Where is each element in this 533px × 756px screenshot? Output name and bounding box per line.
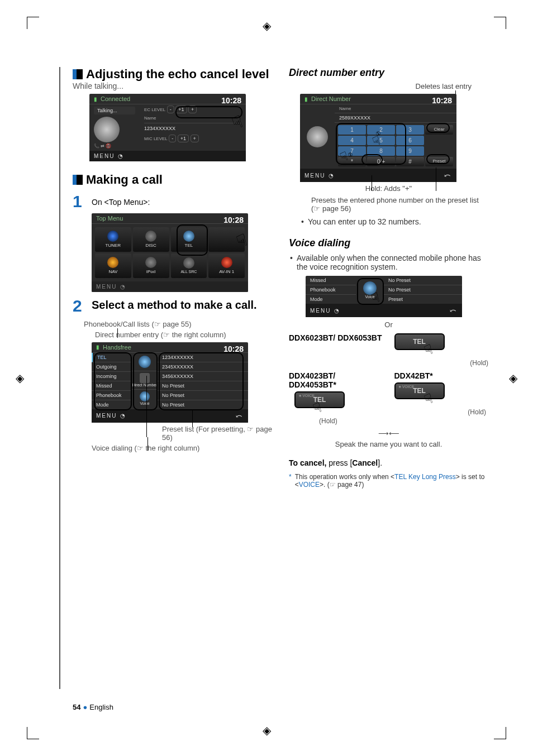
screenshot-direct-number: ▮ Direct Number10:28 Name 2589XXXXXX 123… [300,94,456,182]
tel-button: TEL [394,333,445,350]
model-6023: DDX6023BT/ DDX6053BT [289,333,383,342]
registration-mark: ◈ [16,371,24,385]
step-1-text: On <Top Menu>: [92,193,272,210]
model-4023: DDX4023BT/ DDX4053BT* [289,371,383,389]
heading-making-call: Making a call [73,173,272,187]
screenshot-echo: ▮ Connected10:28 Talking... 📞 ⇄ 📵 EC LEV… [89,94,246,161]
heading-direct-entry: Direct number entry [289,67,488,79]
or-label: Or [289,320,488,329]
screenshot-voice-menu: Missed Phonebook Mode Voice No Preset No… [306,276,462,317]
registration-mark: ◈ [263,19,271,32]
voice-tel-button: ■ VOICE TEL [294,391,345,408]
phonebook-label: Phonebook/Call lists (☞ page 55) [84,320,272,328]
model-42bt: DDX42BT* [394,371,489,380]
step-number-1: 1 [73,193,92,210]
voice-dialing-label: Voice dialing (☞ the right column) [92,444,272,452]
step-2-text: Select a method to make a call. [92,298,272,314]
footnote-voice: * This operation works only when <TEL Ke… [289,473,488,489]
echo-intro: While talking... [73,82,272,90]
presets-label: Presets the entered phone number on the … [311,196,488,213]
heading-voice-dialing: Voice dialing [289,237,488,249]
page-edge [59,67,60,689]
page-number: 54●English [73,703,113,711]
voice-tel-button: ■ VOICE TEL [394,382,445,399]
deletes-label: Deletes last entry [289,82,472,90]
registration-mark: ◈ [509,371,517,385]
step-number-2: 2 [73,298,92,314]
speak-instruction: Speak the name you want to call. [289,440,488,448]
voice-availability: Available only when the connected mobile… [289,253,488,271]
limit-note: You can enter up to 32 numbers. [300,217,488,226]
screenshot-topmenu: Top Menu10:28 TUNER DISC TEL NAV iPod AL… [92,213,248,292]
screenshot-handsfree: ▮ Handsfree10:28 TEL Outgoing Incoming M… [92,342,248,423]
preset-list-label: Preset list (For presetting, ☞ page 56) [162,425,272,442]
hold-adds-label: Hold: Adds "+" [289,184,488,193]
heading-echo: Adjusting the echo cancel level [73,67,272,82]
cancel-instruction: To cancel, press [Cancel]. [289,458,488,467]
bullet-icon [73,69,83,79]
down-arrow-icon: ⟶⟵ [289,429,488,438]
direct-entry-label: Direct number entry (☞ the right column) [95,331,272,339]
bullet-icon [73,175,83,185]
registration-mark: ◈ [263,724,271,737]
